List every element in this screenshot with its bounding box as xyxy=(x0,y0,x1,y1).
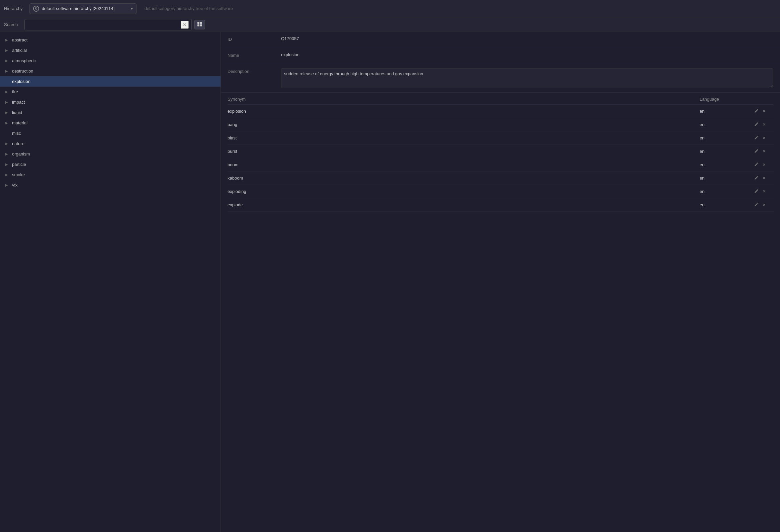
chevron-down-icon: ▾ xyxy=(131,6,133,11)
tree-item-artificial[interactable]: ▶artificial xyxy=(0,45,221,55)
tree-item-material[interactable]: ▶material xyxy=(0,118,221,128)
tree-arrow-abstract: ▶ xyxy=(5,38,9,42)
tree-item-nature[interactable]: ▶nature xyxy=(0,139,221,149)
synonym-delete-button-syn7[interactable]: ✕ xyxy=(762,188,767,195)
synonym-value-syn2: bang xyxy=(228,122,700,127)
synonym-actions-syn1: ✕ xyxy=(753,108,773,114)
synonym-lang-syn8: en xyxy=(700,202,753,207)
synonym-row-syn2: bangen✕ xyxy=(228,118,773,131)
tree-arrow-liquid: ▶ xyxy=(5,111,9,114)
edit-icon xyxy=(754,109,758,113)
tree-item-organism[interactable]: ▶organism xyxy=(0,149,221,159)
synonym-lang-syn6: en xyxy=(700,175,753,180)
description-label: Description xyxy=(228,68,281,74)
tree-item-fire[interactable]: ▶fire xyxy=(0,87,221,97)
name-label: Name xyxy=(228,52,281,58)
tree-item-liquid[interactable]: ▶liquid xyxy=(0,107,221,118)
synonym-edit-button-syn7[interactable] xyxy=(753,189,759,194)
synonym-actions-syn8: ✕ xyxy=(753,202,773,208)
synonym-edit-button-syn8[interactable] xyxy=(753,202,759,208)
tree-label-fire: fire xyxy=(12,89,18,94)
main-content: ▶abstract▶artificial▶atmospheric▶destruc… xyxy=(0,32,780,532)
synonym-edit-button-syn3[interactable] xyxy=(753,135,759,141)
synonym-row-syn1: explosionen✕ xyxy=(228,105,773,118)
tree-label-organism: organism xyxy=(12,152,30,157)
tree-arrow-material: ▶ xyxy=(5,121,9,125)
tree-label-atmospheric: atmospheric xyxy=(12,58,36,63)
synonym-actions-syn6: ✕ xyxy=(753,175,773,181)
tree-item-particle[interactable]: ▶particle xyxy=(0,159,221,169)
tree-item-impact[interactable]: ▶impact xyxy=(0,97,221,107)
svg-rect-1 xyxy=(200,22,202,24)
tree-item-destruction[interactable]: ▶destruction xyxy=(0,66,221,76)
grid-toggle-button[interactable] xyxy=(194,20,205,30)
tree-arrow-smoke: ▶ xyxy=(5,173,9,176)
tree-arrow-fire: ▶ xyxy=(5,90,9,94)
app-container: Hierarchy € default software hierarchy [… xyxy=(0,0,780,532)
tree-label-explosion: explosion xyxy=(12,79,31,84)
name-value: explosion xyxy=(281,52,773,57)
synonym-delete-button-syn6[interactable]: ✕ xyxy=(762,175,767,181)
synonym-edit-button-syn2[interactable] xyxy=(753,122,759,127)
tree-arrow-organism: ▶ xyxy=(5,152,9,156)
tree-panel: ▶abstract▶artificial▶atmospheric▶destruc… xyxy=(0,32,221,532)
search-bar: Search ✕ xyxy=(0,17,780,32)
edit-icon xyxy=(754,176,758,180)
synonym-delete-button-syn3[interactable]: ✕ xyxy=(762,135,767,141)
tree-arrow-impact: ▶ xyxy=(5,100,9,104)
tree-item-explosion[interactable]: ▶explosion xyxy=(0,76,221,87)
synonym-lang-syn2: en xyxy=(700,122,753,127)
tree-item-abstract[interactable]: ▶abstract xyxy=(0,35,221,45)
synonym-delete-button-syn1[interactable]: ✕ xyxy=(762,108,767,114)
tree-label-particle: particle xyxy=(12,162,26,167)
tree-item-smoke[interactable]: ▶smoke xyxy=(0,169,221,180)
tree-label-artificial: artificial xyxy=(12,48,27,53)
search-clear-button[interactable]: ✕ xyxy=(181,21,189,29)
tree-arrow-nature: ▶ xyxy=(5,142,9,146)
synonym-value-syn1: explosion xyxy=(228,109,700,114)
synonym-delete-button-syn5[interactable]: ✕ xyxy=(762,161,767,168)
synonym-edit-button-syn5[interactable] xyxy=(753,162,759,167)
description-textarea[interactable]: sudden release of energy through high te… xyxy=(281,68,773,88)
synonym-edit-button-syn1[interactable] xyxy=(753,108,759,114)
tree-arrow-explosion: ▶ xyxy=(5,79,9,83)
detail-id-row: ID Q179057 xyxy=(221,32,780,48)
edit-icon xyxy=(754,149,758,154)
synonym-actions-syn3: ✕ xyxy=(753,135,773,141)
synonym-row-syn6: kaboomen✕ xyxy=(228,171,773,185)
search-input[interactable] xyxy=(28,22,181,27)
header: Hierarchy € default software hierarchy [… xyxy=(0,0,780,17)
search-input-wrapper: ✕ xyxy=(25,19,192,31)
hierarchy-select-dropdown[interactable]: € default software hierarchy [20240114] … xyxy=(30,3,137,14)
hierarchy-select-text: default software hierarchy [20240114] xyxy=(42,6,128,11)
synonym-lang-syn7: en xyxy=(700,189,753,194)
synonym-value-syn7: exploding xyxy=(228,189,700,194)
synonym-edit-button-syn4[interactable] xyxy=(753,149,759,154)
synonym-value-syn3: blast xyxy=(228,136,700,141)
synonym-delete-button-syn2[interactable]: ✕ xyxy=(762,121,767,128)
tree-label-liquid: liquid xyxy=(12,110,22,115)
tree-item-atmospheric[interactable]: ▶atmospheric xyxy=(0,55,221,66)
id-value: Q179057 xyxy=(281,36,773,41)
synonym-edit-button-syn6[interactable] xyxy=(753,175,759,181)
tree-label-nature: nature xyxy=(12,141,25,146)
detail-panel: ID Q179057 Name explosion Description su… xyxy=(221,32,780,532)
synonym-row-syn8: explodeen✕ xyxy=(228,198,773,212)
synonym-delete-button-syn4[interactable]: ✕ xyxy=(762,148,767,155)
tree-arrow-vfx: ▶ xyxy=(5,183,9,187)
tree-item-misc[interactable]: ▶misc xyxy=(0,128,221,139)
synonym-delete-button-syn8[interactable]: ✕ xyxy=(762,202,767,208)
language-col-header: Language xyxy=(700,97,753,102)
hierarchy-label: Hierarchy xyxy=(0,6,27,11)
tree-arrow-artificial: ▶ xyxy=(5,49,9,52)
synonyms-header: Synonym Language xyxy=(228,93,773,105)
detail-name-row: Name explosion xyxy=(221,48,780,64)
hierarchy-icon: € xyxy=(33,6,39,12)
tree-item-vfx[interactable]: ▶vfx xyxy=(0,180,221,190)
tree-label-material: material xyxy=(12,120,28,125)
synonym-value-syn8: explode xyxy=(228,202,700,207)
synonym-value-syn4: burst xyxy=(228,149,700,154)
tree-label-misc: misc xyxy=(12,131,21,136)
edit-icon xyxy=(754,203,758,207)
synonym-col-header: Synonym xyxy=(228,97,700,102)
